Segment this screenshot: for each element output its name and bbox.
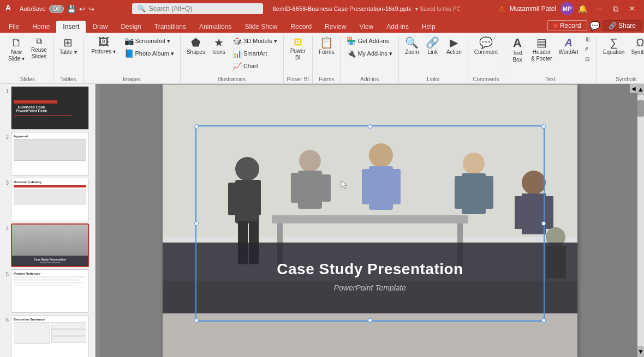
- tab-addins[interactable]: Add-ins: [380, 21, 415, 33]
- header-footer-button[interactable]: ▤ Header& Footer: [528, 35, 554, 64]
- handle-top-left[interactable]: [194, 124, 199, 129]
- tab-record[interactable]: Record: [284, 21, 318, 33]
- panel-collapse-button[interactable]: ◀: [630, 84, 637, 93]
- cursor: [340, 180, 350, 190]
- textbox-button[interactable]: A TextBox: [508, 35, 527, 65]
- slide-number-button[interactable]: #: [582, 45, 593, 54]
- powerbi-label: PowerBI: [290, 48, 306, 61]
- ribbon-group-text: A TextBox ▤ Header& Footer A WordArt 🗓 #…: [504, 35, 597, 83]
- search-input[interactable]: [149, 5, 247, 13]
- handle-middle-left[interactable]: [194, 221, 199, 226]
- tab-draw[interactable]: Draw: [86, 21, 114, 33]
- left-scroll[interactable]: [96, 84, 100, 357]
- undo-icon[interactable]: ↩: [79, 5, 85, 13]
- table-button[interactable]: ⊞ Table ▾: [57, 35, 80, 58]
- tab-transitions[interactable]: Transitions: [148, 21, 193, 33]
- powerbi-button[interactable]: ⊡ PowerBI: [288, 35, 308, 63]
- slide-item-3[interactable]: 3 Document History: [2, 178, 93, 221]
- slide-item-2[interactable]: 2 Approval: [2, 132, 93, 176]
- icons-button[interactable]: ★ Icons: [209, 35, 229, 58]
- ribbon-group-powerbi: ⊡ PowerBI Power BI: [284, 35, 313, 83]
- action-button[interactable]: ▶ Action: [444, 35, 464, 58]
- ribbon-group-slides: 🗋 NewSlide ▾ ⧉ ReuseSlides Slides: [2, 35, 53, 83]
- forms-button[interactable]: 📋 Forms: [316, 35, 337, 58]
- office-logo: A: [4, 3, 14, 15]
- 3dmodels-icon: 🎲: [232, 37, 242, 45]
- save-file-icon[interactable]: 💾: [67, 5, 76, 13]
- object-button[interactable]: ⊡: [582, 55, 593, 64]
- tab-home[interactable]: Home: [26, 21, 56, 33]
- ribbon-group-illustrations: ⬟ Shapes ★ Icons 🎲 3D Models ▾ 📊 SmartAr…: [181, 35, 284, 83]
- pictures-button[interactable]: 🖼 Pictures ▾: [87, 35, 121, 57]
- share-button[interactable]: 🔗 Share: [603, 20, 642, 31]
- restore-button[interactable]: ⧉: [608, 3, 623, 15]
- date-time-button[interactable]: 🗓: [582, 35, 593, 44]
- tab-help[interactable]: Help: [415, 21, 442, 33]
- slide-thumb-1[interactable]: Business CasePowerPoint Deck: [11, 86, 89, 130]
- symbols-group-items: ∑ Equation Ω Symbol: [600, 35, 644, 75]
- symbol-button[interactable]: Ω Symbol: [628, 35, 644, 58]
- redo-icon[interactable]: ↪: [88, 5, 94, 13]
- slide-item-4[interactable]: 4 Case Study Presentation PowerPoint Tem…: [2, 223, 93, 267]
- slide-thumb-2[interactable]: Approval: [11, 132, 89, 176]
- chart-button[interactable]: 📈 Chart: [230, 60, 280, 72]
- link-button[interactable]: 🔗 Link: [423, 35, 443, 58]
- slide-thumb-5[interactable]: Project Rationale: [11, 269, 89, 313]
- slide-item-6[interactable]: 6 Executive Summary: [2, 315, 93, 357]
- canvas-area: Case Study Presentation PowerPoint Templ…: [163, 84, 577, 357]
- ribbon-group-images: 🖼 Pictures ▾ 📷 Screenshot ▾ 📘 Photo Albu…: [84, 35, 181, 83]
- get-addins-button[interactable]: 🏪 Get Add-ins: [344, 35, 395, 47]
- record-button[interactable]: Record: [547, 20, 587, 31]
- tab-shape-format[interactable]: Shape Format: [442, 21, 499, 33]
- new-slide-button[interactable]: 🗋 NewSlide ▾: [5, 35, 27, 64]
- wordart-button[interactable]: A WordArt: [556, 35, 581, 58]
- tab-review[interactable]: Review: [318, 21, 353, 33]
- main-canvas: Case Study Presentation PowerPoint Templ…: [96, 84, 644, 357]
- reuse-slides-icon: ⧉: [36, 37, 42, 46]
- close-button[interactable]: ✕: [624, 3, 640, 15]
- notifications-icon[interactable]: 🔔: [578, 4, 587, 13]
- title-right: ⚠ Muzammil Patel MP 🔔 ─ ⧉ ✕: [498, 2, 640, 15]
- slide-item-1[interactable]: 1 Business CasePowerPoint Deck: [2, 86, 93, 130]
- shapes-label: Shapes: [187, 49, 205, 56]
- reuse-slides-button[interactable]: ⧉ ReuseSlides: [28, 35, 50, 62]
- tab-view[interactable]: View: [353, 21, 380, 33]
- my-addins-icon: 🔌: [347, 49, 356, 58]
- 3dmodels-button[interactable]: 🎲 3D Models ▾: [230, 35, 280, 47]
- slide-num-3: 3: [2, 178, 9, 186]
- tab-insert[interactable]: Insert: [56, 21, 86, 33]
- autosave-toggle[interactable]: Off: [49, 5, 64, 13]
- equation-button[interactable]: ∑ Equation: [600, 35, 627, 58]
- my-addins-button[interactable]: 🔌 My Add-ins ▾: [344, 47, 395, 59]
- smartart-button[interactable]: 📊 SmartArt: [230, 47, 280, 59]
- comment-button[interactable]: 💬 Comment: [472, 35, 500, 58]
- chart-label: Chart: [243, 63, 258, 69]
- pictures-label: Pictures ▾: [92, 49, 116, 55]
- saved-label: ▾ Saved to this PC: [415, 6, 460, 12]
- tables-group-label: Tables: [60, 76, 76, 82]
- tab-file[interactable]: File: [2, 21, 26, 33]
- autosave-label: AutoSave: [20, 5, 46, 12]
- screenshot-button[interactable]: 📷 Screenshot ▾: [122, 35, 177, 47]
- 3dmodels-label: 3D Models ▾: [243, 38, 277, 45]
- slide-thumb-3[interactable]: Document History: [11, 178, 89, 221]
- textbox-icon: A: [513, 37, 522, 49]
- slide-thumb-4[interactable]: Case Study Presentation PowerPoint Templ…: [11, 223, 89, 267]
- ribbon-tabs: File Home Insert Draw Design Transitions…: [0, 17, 644, 33]
- shapes-button[interactable]: ⬟ Shapes: [184, 35, 208, 58]
- minimize-button[interactable]: ─: [592, 3, 607, 15]
- comments-icon[interactable]: 💬: [589, 21, 600, 31]
- tab-animations[interactable]: Animations: [193, 21, 238, 33]
- handle-top-center[interactable]: [368, 124, 372, 129]
- right-scrollbar[interactable]: ▲ ▼: [637, 84, 644, 357]
- tab-design[interactable]: Design: [114, 21, 147, 33]
- slide-content: Case Study Presentation PowerPoint Templ…: [163, 84, 577, 357]
- slide-panel: 1 Business CasePowerPoint Deck 2 Approva…: [0, 84, 96, 357]
- slide-item-5[interactable]: 5 Project Rationale: [2, 269, 93, 313]
- photo-album-button[interactable]: 📘 Photo Album ▾: [122, 47, 177, 59]
- search-box[interactable]: 🔍: [132, 3, 263, 14]
- tab-slideshow[interactable]: Slide Show: [238, 21, 284, 33]
- zoom-button[interactable]: 🔍 Zoom: [402, 35, 422, 58]
- slide-thumb-6[interactable]: Executive Summary: [11, 315, 89, 357]
- object-icon: ⊡: [585, 56, 589, 62]
